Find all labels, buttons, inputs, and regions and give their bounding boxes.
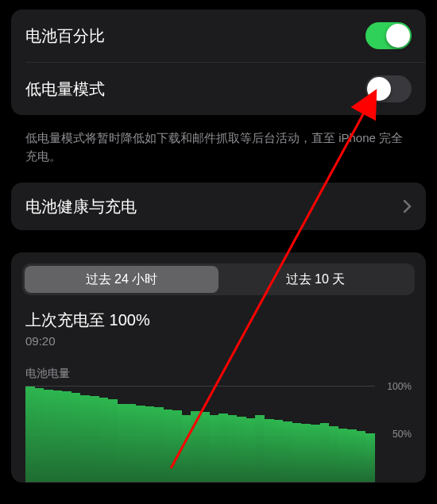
chart-bar (145, 406, 155, 482)
battery-health-label: 电池健康与充电 (25, 196, 404, 217)
battery-health-row[interactable]: 电池健康与充电 (11, 183, 426, 230)
chart-bar (329, 426, 338, 482)
chart-bar (126, 404, 136, 482)
last-charge-title: 上次充电至 100% (25, 310, 412, 331)
chart-wrap: 100% 50% 0% (25, 386, 412, 483)
battery-percentage-label: 电池百分比 (25, 25, 365, 47)
ylabel-50: 50% (380, 429, 412, 440)
chart-bar (118, 404, 127, 482)
chart-bar (72, 393, 81, 482)
low-power-mode-toggle[interactable] (365, 75, 412, 102)
chart-bar (265, 419, 274, 482)
chart-label: 电池电量 (25, 367, 412, 381)
chart-y-axis: 100% 50% 0% (375, 386, 412, 483)
chart-bar (62, 391, 72, 482)
spacer (11, 238, 426, 252)
chart-bar (365, 433, 375, 482)
chart-bar (164, 410, 173, 482)
chart-bar (35, 388, 44, 482)
chart-bar (80, 395, 90, 482)
chart-bars (25, 387, 375, 482)
chart-bar (246, 418, 256, 482)
chart-bar (108, 399, 118, 482)
last-charge-time: 09:20 (25, 334, 412, 348)
chart-bar (292, 423, 302, 482)
segment-last-10d[interactable]: 过去 10 天 (218, 266, 412, 293)
chart-bar (218, 414, 228, 482)
battery-level-chart-section: 电池电量 100% 50% 0% (22, 352, 415, 483)
low-power-mode-label: 低电量模式 (25, 79, 365, 100)
battery-settings-screen: 电池百分比 低电量模式 低电量模式将暂时降低如下载和邮件抓取等后台活动，直至 i… (0, 0, 437, 483)
toggle-group: 电池百分比 低电量模式 (11, 10, 426, 115)
chart-bar (172, 410, 182, 482)
chart-bar (182, 415, 191, 482)
chart-bar (311, 425, 320, 482)
chevron-right-icon (404, 200, 412, 213)
chart-bar (274, 420, 284, 482)
chart-bar (25, 387, 35, 482)
segment-last-24h[interactable]: 过去 24 小时 (25, 266, 218, 293)
chart-bar (255, 415, 265, 482)
chart-bar (154, 407, 164, 482)
chart-bar (283, 421, 292, 482)
chart-bar (44, 390, 53, 482)
chart-bar (200, 412, 210, 482)
health-group: 电池健康与充电 (11, 183, 426, 230)
chart-bar (99, 398, 109, 482)
usage-card: 过去 24 小时 过去 10 天 上次充电至 100% 09:20 电池电量 1… (11, 252, 426, 483)
toggle-knob (367, 77, 391, 101)
low-power-mode-row: 低电量模式 (11, 63, 426, 115)
chart-bar (136, 406, 145, 482)
toggle-knob (386, 24, 410, 48)
chart-bar (237, 417, 246, 482)
chart-bar (53, 391, 63, 482)
time-range-segmented[interactable]: 过去 24 小时 过去 10 天 (22, 264, 415, 295)
chart-bar (357, 431, 366, 482)
chart-bar (338, 429, 348, 482)
last-charge-info: 上次充电至 100% 09:20 (22, 295, 415, 352)
chart-bar (191, 411, 200, 482)
battery-level-chart (25, 386, 375, 483)
chart-bar (210, 415, 219, 482)
low-power-footnote: 低电量模式将暂时降低如下载和邮件抓取等后台活动，直至 iPhone 完全充电。 (11, 123, 426, 183)
chart-bar (228, 415, 238, 482)
battery-percentage-toggle[interactable] (365, 22, 412, 49)
chart-bar (320, 423, 330, 482)
chart-bar (90, 396, 99, 482)
ylabel-100: 100% (380, 381, 412, 392)
battery-percentage-row: 电池百分比 (11, 10, 426, 62)
chart-bar (301, 424, 311, 482)
chart-bar (347, 429, 357, 482)
